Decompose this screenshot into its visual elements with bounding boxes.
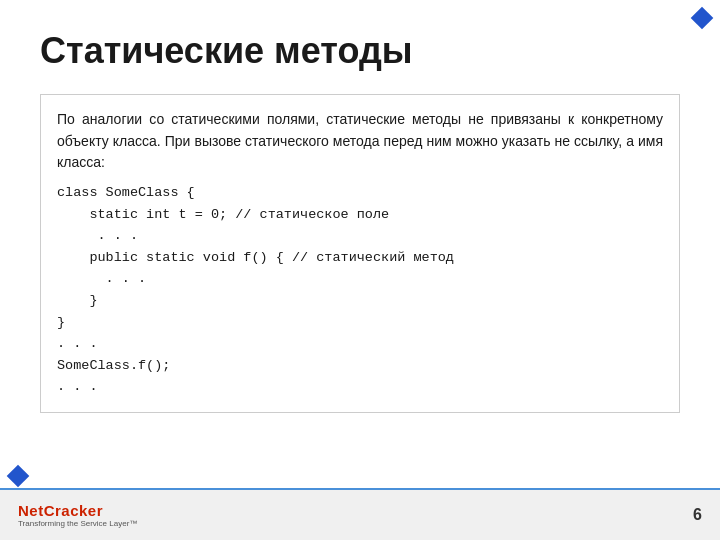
logo-sub: Transforming the Service Layer™ <box>18 519 137 528</box>
logo-area: NetCracker Transforming the Service Laye… <box>18 502 137 528</box>
code-line-2: static int t = 0; // статическое поле <box>57 204 663 226</box>
slide-number: 6 <box>693 506 702 524</box>
content-box: По аналогии со статическими полями, стат… <box>40 94 680 413</box>
diamond-decoration-bottom <box>7 465 30 488</box>
code-line-4: public static void f() { // статический … <box>57 247 663 269</box>
diamond-decoration-top <box>691 7 714 30</box>
intro-paragraph: По аналогии со статическими полями, стат… <box>57 109 663 174</box>
logo-text: NetCracker <box>18 502 137 519</box>
code-line-9: SomeClass.f(); <box>57 355 663 377</box>
code-line-8: . . . <box>57 333 663 355</box>
slide: Статические методы По аналогии со статич… <box>0 0 720 540</box>
slide-title: Статические методы <box>40 30 680 72</box>
code-line-6: } <box>57 290 663 312</box>
code-line-7: } <box>57 312 663 334</box>
code-line-10: . . . <box>57 376 663 398</box>
code-line-1: class SomeClass { <box>57 182 663 204</box>
code-line-5: . . . <box>57 268 663 290</box>
code-line-3: . . . <box>57 225 663 247</box>
bottom-bar: NetCracker Transforming the Service Laye… <box>0 488 720 540</box>
code-block: class SomeClass { static int t = 0; // с… <box>57 182 663 398</box>
